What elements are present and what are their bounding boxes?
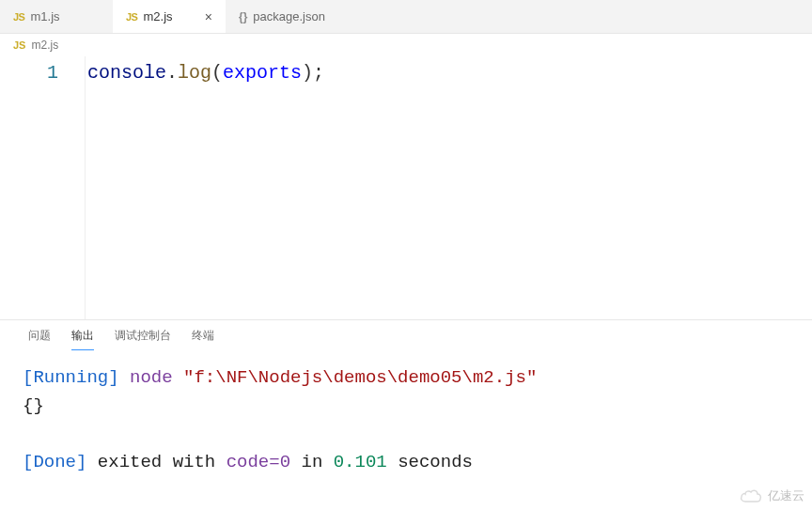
output-line-done: [Done] exited with code=0 in 0.101 secon… [23,448,789,476]
bottom-panel: 问题 输出 调试控制台 终端 [Running] node "f:\NF\Nod… [0,319,812,510]
code-area[interactable]: console.log(exports); [85,56,812,319]
token-arg: exports [223,62,302,84]
token-paren-open: ( [211,62,223,84]
output-running-path: "f:\NF\Nodejs\demos\demo05\m2.js" [183,367,537,388]
output-line-blank [23,420,789,448]
tab-bar: JS m1.js JS m2.js × {} package.json [0,0,812,34]
tab-label: m1.js [30,9,59,23]
token-object: console [87,62,166,84]
tab-m1[interactable]: JS m1.js [0,0,113,33]
watermark: 亿速云 [740,487,804,504]
js-icon: JS [126,11,137,23]
output-running-tag: [Running] [23,367,119,388]
tab-package-json[interactable]: {} package.json [226,0,338,33]
json-icon: {} [239,10,247,23]
line-gutter: 1 [0,56,85,319]
watermark-text: 亿速云 [768,487,804,504]
output-running-cmd: node [130,367,173,388]
output-done-mid: in [301,452,322,472]
output-area[interactable]: [Running] node "f:\NF\Nodejs\demos\demo0… [0,350,812,489]
js-icon: JS [13,39,25,51]
tab-m2[interactable]: JS m2.js × [113,0,226,33]
output-line-running: [Running] node "f:\NF\Nodejs\demos\demo0… [23,363,789,392]
token-dot: . [166,62,178,84]
token-paren-close: ) [302,62,313,84]
token-function: log [178,62,211,84]
output-done-code-label: code= [226,452,280,472]
panel-tab-terminal[interactable]: 终端 [192,328,214,349]
output-done-code-value: 0 [280,452,290,472]
panel-tab-output[interactable]: 输出 [71,328,94,350]
output-done-time: 0.101 [334,452,387,472]
token-semi: ; [313,62,324,84]
breadcrumb[interactable]: JS m2.js [0,34,812,56]
line-number: 1 [0,60,58,86]
panel-tab-debug-console[interactable]: 调试控制台 [115,328,171,349]
cloud-icon [740,488,762,503]
editor[interactable]: 1 console.log(exports); [0,56,812,319]
panel-tab-bar: 问题 输出 调试控制台 终端 [0,320,812,350]
close-icon[interactable]: × [188,9,212,24]
output-line-result: {} [23,392,789,420]
output-result: {} [23,395,44,416]
output-done-suffix: seconds [398,452,473,472]
panel-tab-problems[interactable]: 问题 [28,328,51,349]
breadcrumb-label: m2.js [31,39,58,52]
output-done-tag: [Done] [23,452,86,472]
output-done-prefix: exited with [98,452,215,472]
js-icon: JS [13,11,24,23]
tab-label: package.json [253,9,325,23]
tab-label: m2.js [143,9,172,23]
